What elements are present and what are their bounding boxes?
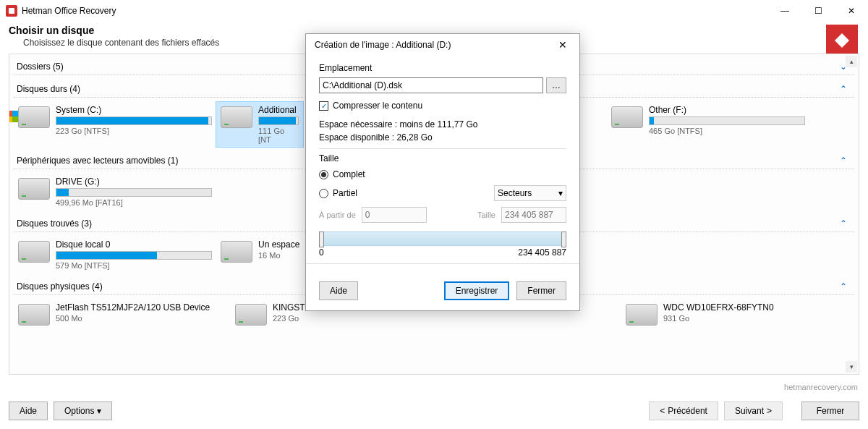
slider-handle-left[interactable] — [319, 232, 324, 247]
save-button[interactable]: Enregistrer — [444, 281, 510, 300]
radio-full[interactable]: Complet — [319, 169, 566, 179]
radio-partial-label: Partiel — [333, 188, 357, 198]
space-available: Espace disponible : 26,28 Go — [319, 132, 566, 143]
size-group-label: Taille — [319, 153, 566, 163]
from-label: À partir de — [319, 211, 356, 219]
slider-handle-right[interactable] — [561, 232, 566, 247]
location-label: Emplacement — [319, 63, 566, 73]
dialog-close-button[interactable]: ✕ — [552, 34, 574, 56]
from-input[interactable] — [362, 207, 427, 223]
caret-down-icon: ▾ — [558, 188, 563, 198]
dialog-title: Création de l'image : Additional (D:) — [315, 40, 451, 50]
dialog-help-button[interactable]: Aide — [319, 281, 358, 300]
path-input[interactable] — [319, 77, 543, 93]
slider-max: 234 405 887 — [518, 247, 566, 258]
radio-partial[interactable]: Partiel Secteurs▾ — [319, 185, 566, 201]
create-image-dialog: Création de l'image : Additional (D:) ✕ … — [305, 33, 580, 311]
radio-icon — [319, 170, 328, 179]
dialog-close-btn[interactable]: Fermer — [516, 281, 566, 300]
modal-overlay: Création de l'image : Additional (D:) ✕ … — [0, 0, 868, 429]
radio-icon — [319, 189, 328, 198]
checkbox-icon: ✓ — [319, 101, 328, 111]
sectors-select[interactable]: Secteurs▾ — [494, 185, 566, 201]
size-input[interactable] — [501, 207, 566, 223]
sectors-label: Secteurs — [498, 188, 532, 198]
dialog-titlebar: Création de l'image : Additional (D:) ✕ — [306, 34, 579, 56]
compress-checkbox[interactable]: ✓ Compresser le contenu — [319, 101, 566, 111]
range-slider[interactable] — [319, 232, 566, 246]
slider-min: 0 — [319, 247, 324, 258]
compress-label: Compresser le contenu — [333, 101, 422, 111]
browse-button[interactable]: … — [546, 77, 566, 93]
radio-full-label: Complet — [333, 169, 365, 179]
size-label: Taille — [477, 211, 495, 219]
space-needed: Espace nécessaire : moins de 111,77 Go — [319, 119, 566, 129]
